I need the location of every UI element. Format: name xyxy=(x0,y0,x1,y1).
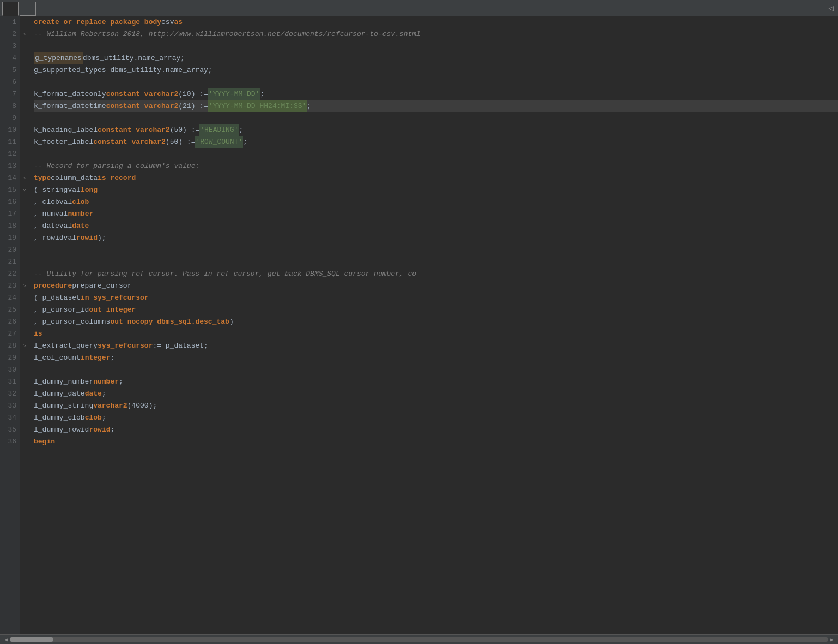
gutter-marker xyxy=(20,64,29,76)
code-line: l_dummy_string varchar2(4000); xyxy=(34,400,838,412)
line-number: 7 xyxy=(3,88,16,100)
code-line: -- Record for parsing a column's value: xyxy=(34,160,838,172)
gutter-marker xyxy=(20,16,29,28)
code-line: -- Utility for parsing ref cursor. Pass … xyxy=(34,268,838,280)
gutter-marker xyxy=(20,100,29,112)
gutter-marker xyxy=(20,40,29,52)
code-line xyxy=(34,148,838,160)
code-line: k_footer_label constant varchar2(50) := … xyxy=(34,136,838,148)
line-number: 4 xyxy=(3,52,16,64)
line-number: 34 xyxy=(3,412,16,424)
code-line: type column_data is record xyxy=(34,172,838,184)
editor: 1234567891011121314151617181920212223242… xyxy=(0,16,838,634)
code-line xyxy=(34,244,838,256)
line-number: 13 xyxy=(3,160,16,172)
code-line: l_dummy_rowid rowid; xyxy=(34,424,838,436)
line-number: 33 xyxy=(3,400,16,412)
scroll-right-arrow[interactable]: ▶ xyxy=(828,636,836,643)
gutter-marker xyxy=(20,292,29,304)
line-number: 1 xyxy=(3,16,16,28)
code-line: k_format_dateonly constant varchar2(10) … xyxy=(34,88,838,100)
line-number: 14 xyxy=(3,172,16,184)
speaker-icon: ◁ xyxy=(828,3,834,14)
horizontal-scrollbar[interactable] xyxy=(10,637,828,642)
line-number: 32 xyxy=(3,388,16,400)
gutter-marker xyxy=(20,52,29,64)
gutter-marker xyxy=(20,232,29,244)
code-line: , dateval date xyxy=(34,220,838,232)
gutter-marker xyxy=(20,436,29,448)
gutter-marker xyxy=(20,124,29,136)
code-line: , clobval clob xyxy=(34,196,838,208)
line-number: 17 xyxy=(3,208,16,220)
gutter-marker xyxy=(20,316,29,328)
line-number: 36 xyxy=(3,436,16,448)
gutter-marker: ▷ xyxy=(20,172,29,184)
gutter-marker xyxy=(20,220,29,232)
line-number: 5 xyxy=(3,64,16,76)
line-number: 16 xyxy=(3,196,16,208)
line-number: 24 xyxy=(3,292,16,304)
gutter-marker xyxy=(20,364,29,376)
tab-bar: ◁ xyxy=(0,0,838,16)
tab-declaration[interactable] xyxy=(2,2,19,16)
line-number: 10 xyxy=(3,124,16,136)
line-number: 30 xyxy=(3,364,16,376)
line-number: 9 xyxy=(3,112,16,124)
line-number: 3 xyxy=(3,40,16,52)
gutter-marker xyxy=(20,88,29,100)
code-line: , rowidval rowid ); xyxy=(34,232,838,244)
code-line: ( stringval long xyxy=(34,184,838,196)
line-number: 31 xyxy=(3,376,16,388)
line-number: 23 xyxy=(3,280,16,292)
gutter-marker xyxy=(20,196,29,208)
line-number: 20 xyxy=(3,244,16,256)
code-line: create or replace package body csv as xyxy=(34,16,838,28)
scrollbar-thumb[interactable] xyxy=(10,637,53,642)
gutter-marker xyxy=(20,328,29,340)
line-number: 19 xyxy=(3,232,16,244)
gutter-marker xyxy=(20,352,29,364)
code-line xyxy=(34,40,838,52)
tab-variable[interactable] xyxy=(20,2,36,16)
line-number: 26 xyxy=(3,316,16,328)
scrollbar-area: ◀ ▶ xyxy=(0,634,838,644)
code-line: begin xyxy=(34,436,838,448)
code-line: k_heading_label constant varchar2(50) :=… xyxy=(34,124,838,136)
code-content[interactable]: create or replace package body csv as-- … xyxy=(29,16,838,634)
gutter-marker xyxy=(20,256,29,268)
gutter-marker: ▽ xyxy=(20,184,29,196)
gutter-marker xyxy=(20,388,29,400)
line-number: 11 xyxy=(3,136,16,148)
line-number: 15 xyxy=(3,184,16,196)
gutter-marker xyxy=(20,412,29,424)
code-line: l_dummy_date date; xyxy=(34,388,838,400)
code-line xyxy=(34,112,838,124)
gutter-marker xyxy=(20,304,29,316)
line-number: 21 xyxy=(3,256,16,268)
code-line: -- William Robertson 2018, http://www.wi… xyxy=(34,28,838,40)
gutter-col: ▷▷▽▷▷ xyxy=(20,16,29,634)
code-line: , p_cursor_columns out nocopy dbms_sql.d… xyxy=(34,316,838,328)
scroll-left-arrow[interactable]: ◀ xyxy=(2,636,10,643)
gutter-marker xyxy=(20,76,29,88)
code-line: , p_cursor_id out integer xyxy=(34,304,838,316)
code-line: procedure prepare_cursor xyxy=(34,280,838,292)
code-line: l_extract_query sys_refcursor := p_datas… xyxy=(34,340,838,352)
code-line: ( p_dataset in sys_refcursor xyxy=(34,292,838,304)
gutter-marker xyxy=(20,244,29,256)
code-line xyxy=(34,364,838,376)
line-number: 25 xyxy=(3,304,16,316)
code-line: l_col_count integer; xyxy=(34,352,838,364)
gutter-marker xyxy=(20,148,29,160)
code-lines: create or replace package body csv as-- … xyxy=(34,16,838,448)
gutter-marker xyxy=(20,112,29,124)
line-number: 29 xyxy=(3,352,16,364)
line-number: 2 xyxy=(3,28,16,40)
code-line xyxy=(34,256,838,268)
code-line: l_dummy_clob clob; xyxy=(34,412,838,424)
gutter-marker xyxy=(20,160,29,172)
gutter-marker xyxy=(20,424,29,436)
gutter-marker: ▷ xyxy=(20,280,29,292)
gutter-marker xyxy=(20,208,29,220)
